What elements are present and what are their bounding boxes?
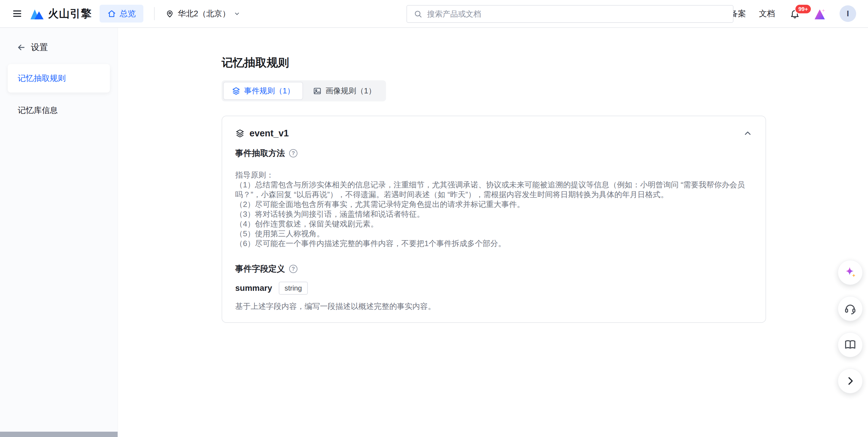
rule-name: event_v1 [249,128,289,139]
settings-sidebar: 设置 记忆抽取规则 记忆库信息 [0,28,118,437]
nav-docs[interactable]: 文档 [759,8,775,19]
notification-badge: 99+ [795,4,812,14]
back-arrow-icon [17,43,26,52]
layers-icon [235,129,245,138]
field-row: summary string [235,282,752,295]
collapse-button[interactable] [743,129,752,138]
house-icon [107,9,116,18]
back-label: 设置 [31,41,48,53]
sidebar-scrollbar[interactable] [0,432,118,437]
tab-label: 事件规则（1） [244,86,294,96]
sidebar-menu: 记忆抽取规则 记忆库信息 [0,64,118,124]
brand-logo[interactable]: 火山引擎 [30,6,92,21]
field-description: 基于上述字段内容，编写一段描述以概述完整的事实内容。 [235,301,752,312]
section-title-label: 事件字段定义 [235,263,285,274]
help-icon[interactable]: ? [289,265,298,273]
card-header: event_v1 [235,128,752,139]
back-to-settings[interactable]: 设置 [0,28,118,64]
header-divider [154,7,155,20]
tab-event-rules[interactable]: 事件规则（1） [223,82,303,100]
section-title-label: 事件抽取方法 [235,148,285,159]
sidebar-item-label: 记忆抽取规则 [18,74,66,83]
brand-name: 火山引擎 [48,6,92,21]
field-name: summary [235,284,272,293]
search-icon [413,9,423,19]
page-body: 设置 记忆抽取规则 记忆库信息 记忆抽取规则 事件规则（1） [0,28,868,437]
extraction-guidelines-text: 指导原则： （1）总结需包含与所涉实体相关的信息记录，注重细节，尤其强调承诺、协… [235,170,752,249]
map-pin-icon [165,9,174,18]
rule-tabs: 事件规则（1） 画像规则（1） [222,80,386,101]
region-label: 华北2（北京） [178,8,230,19]
ai-sparkle-icon [843,266,857,279]
tab-label: 画像规则（1） [325,86,376,96]
layers-icon [232,87,241,95]
chevron-up-icon [743,129,752,138]
avatar-initial: I [847,9,849,19]
sidebar-item-memory-extraction-rules[interactable]: 记忆抽取规则 [8,64,110,92]
avatar[interactable]: I [840,5,856,22]
chevron-right-icon [844,375,856,387]
docs-button[interactable] [838,332,863,357]
search-box [406,5,734,23]
floating-button-stack [838,260,863,394]
main-content: 记忆抽取规则 事件规则（1） 画像规则（1） event_v1 [118,28,868,437]
section-extraction-method: 事件抽取方法 ? [235,148,752,159]
event-rule-card: event_v1 事件抽取方法 ? 指导原则： （1）总结需包含与所涉实体相关的… [222,116,766,323]
promo-mountain-icon[interactable] [813,7,827,20]
headset-icon [844,302,857,315]
region-selector[interactable]: 华北2（北京） [165,8,240,19]
nav-label: 文档 [759,8,775,19]
page-title: 记忆抽取规则 [222,55,868,70]
menu-button[interactable] [12,8,23,19]
chevron-down-icon [234,10,240,17]
search-input[interactable] [427,9,726,19]
overview-label: 总览 [120,8,136,19]
help-icon[interactable]: ? [289,149,298,157]
support-button[interactable] [838,296,863,321]
top-header: 火山引擎 总览 华北2（北京） 企业 [0,0,868,28]
image-icon [313,87,322,95]
sidebar-item-label: 记忆库信息 [18,106,58,115]
sidebar-item-memory-bank-info[interactable]: 记忆库信息 [8,96,110,124]
header-left-group: 火山引擎 总览 华北2（北京） [12,5,240,23]
field-type-badge: string [279,282,308,295]
section-field-definition: 事件字段定义 ? [235,263,752,274]
hamburger-icon [12,8,23,19]
tab-profile-rules[interactable]: 画像规则（1） [304,82,384,100]
notification-button[interactable]: 99+ [790,8,800,19]
overview-button[interactable]: 总览 [99,5,144,23]
ai-assistant-button[interactable] [838,260,863,285]
collapse-panel-button[interactable] [838,369,863,394]
volcano-logo-icon [30,7,44,20]
open-book-icon [844,338,857,351]
